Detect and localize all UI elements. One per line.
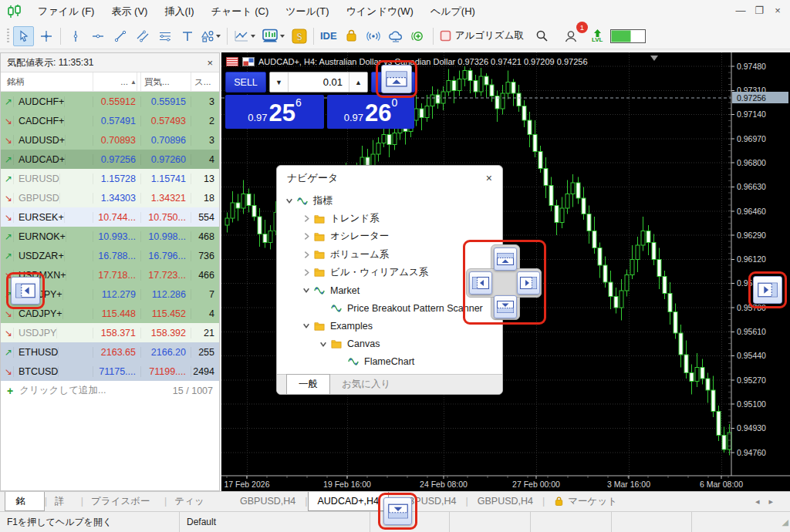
column-spread[interactable]: ス... (191, 72, 219, 91)
menu-item[interactable]: ヘルプ(H) (422, 0, 484, 23)
dock-bottom-edge-button[interactable] (383, 497, 412, 525)
chart-tab-AUDCAD+,H4[interactable]: AUDCAD+,H4 (308, 492, 390, 511)
navigator-tab-一般[interactable]: 一般 (286, 374, 330, 394)
signals-button[interactable] (363, 26, 384, 46)
vertical-line-tool-button[interactable] (65, 26, 86, 46)
dock-center-up-button[interactable] (494, 247, 517, 271)
menu-item[interactable]: 表示 (V) (103, 0, 156, 23)
column-bid[interactable]: ... ▲ (93, 72, 141, 91)
navigator-tree-item[interactable]: FlameChart (277, 353, 502, 371)
market-watch-close-icon[interactable]: × (207, 57, 213, 69)
minimize-button[interactable]: — (731, 0, 750, 22)
toolbar-grip[interactable] (7, 29, 9, 44)
crosshair-tool-button[interactable] (35, 26, 56, 46)
search-button[interactable] (532, 26, 552, 46)
restore-button[interactable]: ❐ (750, 0, 768, 22)
market-watch-row-CADCHF+[interactable]: ↘CADCHF+ 0.57491 0.57493 2 (1, 111, 219, 130)
menu-item[interactable]: ウインドウ(W) (337, 0, 421, 23)
chevron-right-icon[interactable] (302, 232, 311, 241)
navigator-close-icon[interactable]: × (486, 172, 492, 184)
add-broker-button[interactable] (408, 26, 429, 46)
trendline-tool-button[interactable] (110, 26, 130, 46)
currency-pairs-button[interactable]: $ (289, 26, 309, 46)
cloud-button[interactable] (386, 26, 407, 46)
sell-price-display[interactable]: 0.97256 (225, 95, 324, 129)
cursor-tool-button[interactable] (13, 26, 34, 46)
menu-item[interactable]: ツール(T) (277, 0, 337, 23)
chart-window-icon[interactable] (242, 57, 255, 66)
market-watch-tab-プライスボード[interactable]: プライスボード (83, 492, 164, 511)
add-symbol-row[interactable]: + クリックして追加... 15 / 1007 (1, 381, 219, 400)
support-chat-button[interactable]: 1 (561, 26, 582, 46)
market-watch-tab-ティック[interactable]: ティック (167, 492, 220, 511)
navigator-tree-item[interactable]: 指標 (277, 192, 502, 210)
dock-center-down-button[interactable] (494, 295, 517, 318)
market-watch-header[interactable]: 気配値表示: 11:35:31 × (1, 53, 219, 72)
market-watch-row-AUDCHF+[interactable]: ↗AUDCHF+ 0.55912 0.55915 3 (1, 92, 219, 111)
market-watch-column-headers[interactable]: 銘柄... ▲買気...ス... (1, 72, 219, 92)
chevron-down-icon[interactable] (285, 197, 294, 205)
market-watch-row-USDJPY[interactable]: ↘USDJPY 158.371 158.392 21 (1, 323, 219, 342)
navigator-tree-item[interactable]: ボリューム系 (277, 246, 502, 264)
chevron-right-icon[interactable] (302, 214, 311, 223)
tab-scroll-left-icon[interactable]: ◂ (755, 497, 769, 506)
market-watch-row-AUDCAD+[interactable]: ↗AUDCAD+ 0.97256 0.97260 4 (1, 150, 219, 169)
market-watch-row-BTCUSD[interactable]: ↘BTCUSD 71175.... 71199.... 2494 (1, 362, 219, 381)
candle-chart-dropdown-caret[interactable] (280, 35, 285, 38)
line-chart-dropdown-caret[interactable] (251, 35, 255, 38)
buy-price-display[interactable]: 0.97260 (327, 95, 414, 129)
line-chart-type-button[interactable] (231, 26, 258, 46)
column-ask[interactable]: 買気... (141, 72, 191, 91)
menu-item[interactable]: ファイル (F) (29, 0, 103, 23)
tab-scroll-right-icon[interactable]: ▸ (768, 497, 782, 506)
candle-chart-type-button[interactable] (258, 26, 288, 46)
market-watch-tab-銘柄[interactable]: 銘柄 (5, 492, 45, 511)
chart-tab-GBPUSD,H4[interactable]: GBPUSD,H4 (468, 492, 542, 511)
status-profile[interactable]: Default (180, 512, 370, 532)
depth-of-market-icon[interactable] (226, 57, 238, 66)
channel-tool-button[interactable] (132, 26, 153, 46)
chevron-down-icon[interactable] (302, 286, 311, 295)
market-watch-row-USDZAR+[interactable]: ↗USDZAR+ 16.788... 16.796... 736 (1, 246, 219, 265)
chevron-down-icon[interactable] (302, 322, 311, 330)
market-watch-row-EURUSD[interactable]: ↗EURUSD 1.15728 1.15741 13 (1, 169, 219, 188)
market-watch-row-EURNOK+[interactable]: ↗EURNOK+ 10.993... 10.998... 468 (1, 227, 219, 246)
dock-top-edge-button[interactable] (381, 65, 412, 93)
horizontal-line-tool-button[interactable] (87, 26, 108, 46)
dock-center-left-button[interactable] (469, 271, 492, 295)
dock-center-right-button[interactable] (517, 271, 540, 295)
navigator-tree-item[interactable]: Canvas (277, 335, 502, 353)
volume-decrease-button[interactable]: ▼ (270, 72, 289, 92)
shapes-dropdown-caret[interactable] (216, 35, 221, 38)
menu-item[interactable]: チャート (C) (203, 0, 278, 23)
chevron-right-icon[interactable] (302, 251, 311, 259)
shapes-tool-button[interactable] (198, 26, 224, 46)
navigator-tree-item[interactable]: Examples (277, 317, 502, 335)
navigator-tree-item[interactable]: Price Breakout Pattern Scanner (277, 299, 502, 317)
algo-trading-button[interactable]: アルゴリズム取 (437, 26, 527, 46)
dock-right-edge-button[interactable] (753, 276, 782, 304)
dock-left-edge-button[interactable] (11, 277, 40, 305)
chart-tab-マーケット[interactable]: マーケット (545, 492, 626, 511)
close-button[interactable]: × (768, 0, 787, 22)
market-watch-row-ETHUSD[interactable]: ↗ETHUSD 2163.65 2166.20 255 (1, 342, 219, 362)
sell-button[interactable]: SELL (225, 72, 266, 93)
navigator-tab-お気に入り[interactable]: お気に入り (330, 375, 402, 394)
volume-value[interactable]: 0.01 (289, 72, 349, 92)
market-watch-row-GBPUSD[interactable]: ↘GBPUSD 1.34303 1.34321 18 (1, 188, 219, 207)
metaeditor-ide-button[interactable]: IDE (317, 26, 340, 46)
market-store-button[interactable] (341, 26, 362, 46)
menu-item[interactable]: 挿入(I) (156, 0, 202, 23)
navigator-tree-item[interactable]: トレンド系 (277, 210, 502, 227)
chart-tab-GBPUSD,H4[interactable]: GBPUSD,H4 (231, 492, 305, 511)
navigator-title-bar[interactable]: ナビゲータ × (277, 166, 502, 190)
market-watch-row-EURSEK+[interactable]: ↘EURSEK+ 10.744... 10.750... 554 (1, 207, 219, 227)
chevron-right-icon[interactable] (302, 268, 311, 277)
column-symbol[interactable]: 銘柄 (1, 72, 93, 91)
resize-grip-icon[interactable]: ◢ (782, 517, 790, 527)
market-watch-row-AUDUSD+[interactable]: ↘AUDUSD+ 0.70893 0.70896 3 (1, 130, 219, 150)
chevron-down-icon[interactable] (319, 340, 328, 348)
account-level-indicator[interactable]: LVL (592, 29, 603, 43)
text-tool-button[interactable] (177, 26, 198, 46)
market-watch-tab-詳細[interactable]: 詳細 (47, 492, 81, 511)
